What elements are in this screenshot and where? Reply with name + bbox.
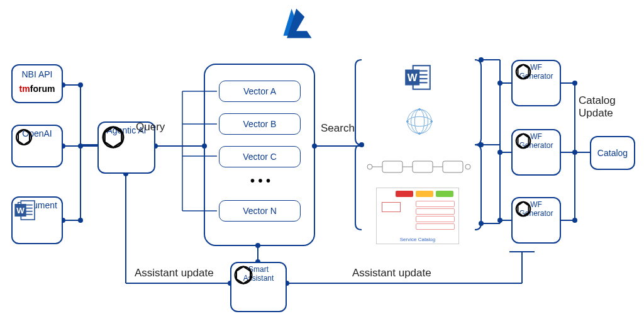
vector-ellipsis: • • • — [250, 174, 270, 188]
svg-point-78 — [431, 121, 433, 123]
vector-label: Vector B — [243, 119, 277, 130]
svg-point-7 — [78, 218, 83, 223]
service-catalog-thumbnail: Service Catalog — [376, 188, 459, 244]
svg-point-29 — [479, 221, 484, 226]
catalog-update-edge-label: Catalog Update — [579, 94, 616, 120]
svg-point-73 — [414, 110, 424, 133]
nbi-api-box: NBI API tmforum — [11, 64, 63, 103]
query-edge-label: Query — [136, 121, 165, 133]
svg-point-77 — [406, 121, 408, 123]
wf-generator-2-box: WF Generator — [511, 129, 561, 176]
vector-label: Vector A — [243, 86, 276, 97]
vector-b-box: Vector B — [219, 113, 301, 135]
svg-rect-83 — [413, 161, 433, 172]
svg-point-5 — [78, 82, 83, 87]
svg-point-21 — [312, 144, 317, 149]
vector-label: Vector N — [243, 206, 277, 217]
svg-point-76 — [419, 133, 421, 135]
svg-text:W: W — [16, 206, 25, 215]
vector-label: Vector C — [243, 152, 277, 162]
svg-point-75 — [419, 108, 421, 110]
svg-point-22 — [359, 142, 364, 147]
svg-point-6 — [78, 144, 83, 149]
svg-text:W: W — [408, 72, 418, 84]
svg-point-74 — [411, 110, 428, 133]
svg-point-42 — [572, 150, 577, 155]
workflow-chain-icon — [365, 157, 472, 176]
svg-point-41 — [572, 81, 577, 86]
assistant-update-right-label: Assistant update — [352, 267, 431, 279]
smart-assistant-box: Smart Assistant — [230, 262, 287, 312]
svg-point-63 — [103, 127, 124, 148]
vector-a-box: Vector A — [219, 81, 301, 102]
tmforum-logo: tmforum — [19, 84, 55, 94]
wf-generator-3-box: WF Generator — [511, 197, 561, 244]
assistant-update-left-label: Assistant update — [135, 267, 214, 279]
svg-rect-81 — [382, 161, 402, 172]
search-edge-label: Search — [321, 122, 355, 135]
openai-box: OpenAI — [11, 125, 63, 167]
svg-point-49 — [255, 243, 260, 248]
catalog-title: Catalog — [597, 148, 628, 159]
catalog-box: Catalog — [590, 136, 635, 170]
svg-point-43 — [572, 218, 577, 223]
svg-rect-85 — [443, 161, 463, 172]
vector-c-box: Vector C — [219, 146, 301, 167]
document-box: Document W — [11, 196, 63, 244]
svg-point-28 — [479, 142, 484, 147]
svg-point-86 — [465, 164, 470, 169]
svg-point-27 — [479, 57, 484, 62]
vector-n-box: Vector N — [219, 200, 301, 222]
svg-point-79 — [367, 164, 372, 169]
svg-point-90 — [235, 267, 252, 284]
nbi-api-title: NBI API — [21, 69, 52, 80]
wf-generator-1-box: WF Generator — [511, 60, 561, 106]
